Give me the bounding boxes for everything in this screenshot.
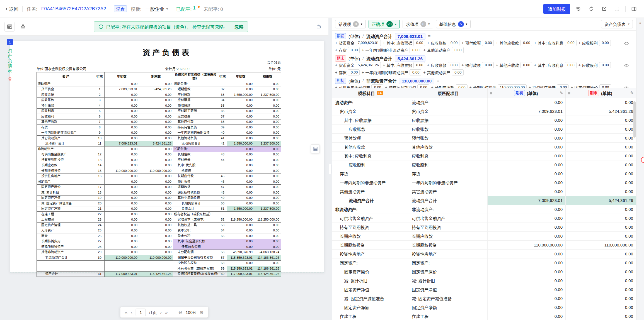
begin-value-cell[interactable]: 0.00: [488, 143, 566, 152]
mapping-row[interactable]: 固定资产净额 固定资产净额 0.00 0.00: [332, 303, 636, 312]
end-value-cell[interactable]: 0.00: [566, 152, 636, 160]
token-value[interactable]: 0.00: [452, 47, 464, 53]
filter-chip[interactable]: 正确项 20 ▴: [369, 20, 400, 28]
begin-value-cell[interactable]: 110,000,000.00: [488, 241, 566, 250]
token-value[interactable]: 0.00: [557, 84, 569, 88]
begin-value-cell[interactable]: 0.00: [488, 160, 566, 169]
end-value-cell[interactable]: 0.00: [566, 250, 636, 258]
token-value[interactable]: 0.00: [413, 62, 425, 68]
end-value-cell[interactable]: 110,000,000.00: [566, 241, 636, 250]
token-value[interactable]: 0.00: [452, 69, 464, 75]
ai-assistant-button[interactable]: [314, 22, 324, 32]
formula-toggle-icon[interactable]: ≡: [568, 91, 570, 96]
end-value-cell[interactable]: 0.00: [566, 276, 636, 285]
collapse-panel-icon[interactable]: «: [639, 21, 641, 25]
balance-sheet-document[interactable]: 资产负债表 会企01表 单位:丽水金沃股权投资有限公司 会计月:2023-09 …: [10, 41, 324, 272]
end-value-cell[interactable]: 0.00: [566, 116, 636, 125]
token-value[interactable]: 0.00: [348, 47, 360, 53]
mapping-row[interactable]: 流动资产合计 流动资产合计 7,009,623.01 5,424,361.26: [332, 196, 636, 205]
prev-page-icon[interactable]: ‹: [131, 310, 132, 315]
first-page-icon[interactable]: «: [125, 310, 127, 315]
token-value[interactable]: 0.00: [410, 69, 421, 75]
page-number-badge[interactable]: 1: [7, 39, 13, 45]
begin-value-cell[interactable]: 0.00: [488, 187, 566, 196]
mapping-row[interactable]: 固定资产: 固定资产: 0.00 0.00: [332, 258, 636, 267]
begin-value-cell[interactable]: 7,009,623.01: [488, 107, 566, 116]
history-button[interactable]: [574, 4, 583, 13]
mapping-row[interactable]: 固定资产原价 固定资产原价 0.00 0.00: [332, 267, 636, 276]
panel-splitter[interactable]: ⋮: [328, 18, 332, 320]
end-value-cell[interactable]: 0.00: [566, 258, 636, 267]
mapping-row[interactable]: 投资性房地产 投资性房地产 0.00 0.00: [332, 250, 636, 258]
mapping-row[interactable]: 预付款项 预付账款 0.00 0.00: [332, 134, 636, 143]
mapping-row[interactable]: 可供出售金融资产 可供出售金融资产 0.00 0.00: [332, 214, 636, 223]
end-value-cell[interactable]: 0.00: [566, 205, 636, 214]
token-value[interactable]: 7,009,623.01: [356, 40, 381, 46]
begin-value-cell[interactable]: 0.00: [488, 178, 566, 187]
formula-toggle-icon[interactable]: ≡: [490, 91, 492, 96]
delete-sheet-button[interactable]: [8, 77, 12, 82]
begin-value-cell[interactable]: 0.00: [488, 134, 566, 143]
begin-value-cell[interactable]: 0.00: [488, 214, 566, 223]
end-value-cell[interactable]: 5,424,361.26: [566, 107, 636, 116]
mapping-row[interactable]: 货币资金 货币资金 7,009,623.01 5,424,361.26: [332, 107, 636, 116]
eye-icon[interactable]: [624, 63, 629, 68]
scrollbar-thumb[interactable]: [633, 101, 636, 138]
begin-value-cell[interactable]: 0.00: [488, 98, 566, 107]
zoom-out-icon[interactable]: ⊖: [178, 310, 182, 315]
outline-toggle-button[interactable]: [4, 22, 14, 32]
token-value[interactable]: 0.00: [565, 62, 577, 68]
begin-value-cell[interactable]: 0.00: [488, 294, 566, 303]
end-value-cell[interactable]: 0.00: [566, 285, 636, 294]
edit-icon[interactable]: ✎: [560, 91, 563, 96]
token-value[interactable]: 5,424,361.26: [356, 62, 381, 68]
token-value[interactable]: 0.00: [413, 40, 425, 46]
token-value[interactable]: 0.00: [599, 40, 611, 46]
end-value-cell[interactable]: 0.00: [566, 267, 636, 276]
mapping-row[interactable]: 其中: 应收票据 应收票据 0.00 0.00: [332, 116, 636, 125]
mapping-row[interactable]: 长期股权投资 长期股权投资 110,000,000.00 110,000,000…: [332, 241, 636, 250]
begin-value-cell[interactable]: 0.00: [488, 205, 566, 214]
begin-value-cell[interactable]: 0.00: [488, 152, 566, 160]
begin-value-cell[interactable]: 0.00: [488, 125, 566, 134]
end-value-cell[interactable]: 0.00: [566, 178, 636, 187]
end-value-cell[interactable]: 0.00: [566, 98, 636, 107]
end-value-cell[interactable]: 0.00: [566, 169, 636, 178]
begin-value-cell[interactable]: 0.00: [488, 285, 566, 294]
begin-value-cell[interactable]: 0.00: [488, 169, 566, 178]
begin-value-cell[interactable]: 0.00: [488, 250, 566, 258]
begin-value-cell[interactable]: 0.00: [488, 116, 566, 125]
mapping-row[interactable]: 其他应收款 其他应收款 0.00 0.00: [332, 143, 636, 152]
mapping-row[interactable]: 应收股利 应收股利 0.00 0.00: [332, 160, 636, 169]
begin-value-cell[interactable]: 0.00: [488, 276, 566, 285]
token-value[interactable]: 0.00: [520, 40, 532, 46]
sheet-select[interactable]: 资产负债表 ▾: [601, 20, 633, 28]
begin-value-cell[interactable]: 0.00: [488, 303, 566, 312]
end-value-cell[interactable]: 0.00: [566, 160, 636, 169]
token-value[interactable]: 0.00: [417, 84, 429, 88]
token-value[interactable]: 0.00: [448, 40, 459, 46]
mapping-row[interactable]: 非流动资产: 非流动资产: 0.00 0.00: [332, 205, 636, 214]
formula-block[interactable]: 期末 (单体) / 流动资产合计 5,424,361.26 = + 货币资金 5…: [335, 54, 633, 76]
mapping-row[interactable]: 其他流动资产 其它流动资产 0.00 0.00: [332, 187, 636, 196]
filter-chip[interactable]: 求值项 0 ▾: [403, 20, 433, 28]
mapping-row[interactable]: 减: 固定资产减值准备 减: 固定资产减值准备 0.00 0.00: [332, 294, 636, 303]
task-id-link[interactable]: F0A41B46572E47D2A2B72A2...: [41, 6, 110, 12]
begin-value-cell[interactable]: 7,009,623.01: [488, 196, 566, 205]
append-report-button[interactable]: 追加财报: [543, 4, 570, 14]
end-value-cell[interactable]: 0.00: [566, 232, 636, 241]
end-value-cell[interactable]: 0.00: [566, 134, 636, 143]
sheet-tab-label[interactable]: 资产负债表: [7, 48, 13, 74]
mapping-row[interactable]: 长期应收款 长期应收款 0.00 0.00: [332, 232, 636, 241]
end-value-cell[interactable]: 0.00: [566, 187, 636, 196]
page-input[interactable]: 1: [136, 309, 146, 316]
mapping-row[interactable]: 减: 累计折旧 减: 累计折旧 0.00 0.00: [332, 276, 636, 285]
token-value[interactable]: 0.00: [599, 84, 611, 88]
begin-value-cell[interactable]: 0.00: [488, 223, 566, 232]
last-page-icon[interactable]: »: [165, 310, 168, 315]
token-value[interactable]: 110,000,000.00: [498, 84, 527, 88]
end-value-cell[interactable]: 0.00: [566, 214, 636, 223]
edit-icon[interactable]: ✎: [630, 91, 634, 96]
mapping-row[interactable]: 在建工程 在建工程 0.00 0.00: [332, 312, 636, 320]
mapping-row[interactable]: 一年内到期的非流动资产 一年内到期的非流动资产 0.00 0.00: [332, 178, 636, 187]
